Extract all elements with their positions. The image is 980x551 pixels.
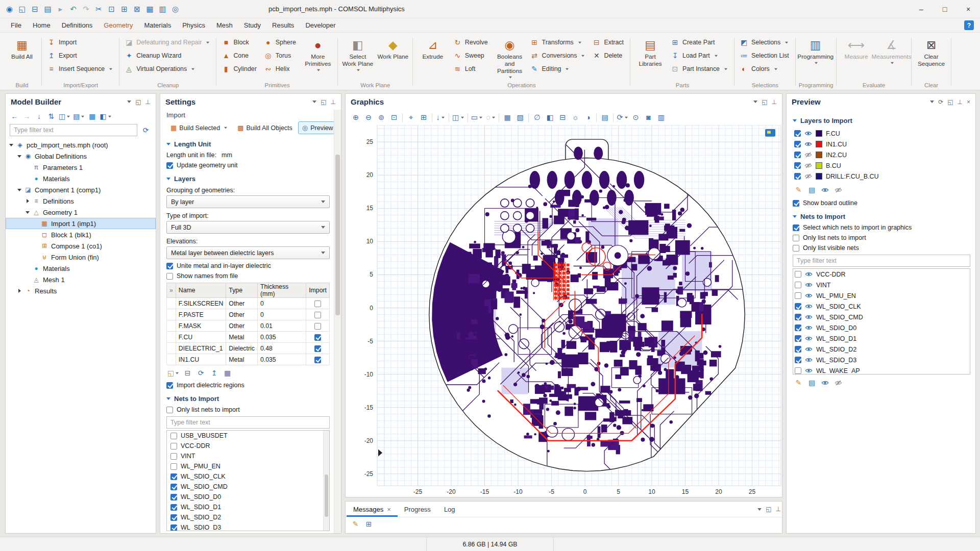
tree-item-form-union-fin[interactable]: ⊎Form Union (fin) xyxy=(6,252,156,263)
wireframe-icon[interactable]: ▦ xyxy=(501,112,513,123)
visible-eye-icon[interactable] xyxy=(805,346,813,352)
layer-checkbox[interactable] xyxy=(794,130,801,137)
forward-icon[interactable]: → xyxy=(21,111,33,122)
net-item-wl-sdio-d2[interactable]: WL_SDIO_D2 xyxy=(167,512,329,522)
expander-icon[interactable] xyxy=(9,142,14,148)
tree-item-compose-1-co1[interactable]: ⊞Compose 1 (co1) xyxy=(6,240,156,252)
menu-mesh[interactable]: Mesh xyxy=(211,19,238,31)
hidden-eye-icon[interactable] xyxy=(804,163,812,168)
open-icon[interactable]: ◱ xyxy=(16,3,29,16)
row-move-cell[interactable] xyxy=(167,298,176,309)
type-of-import-select[interactable]: Full 3D xyxy=(166,221,330,234)
only-list-nets-checkbox[interactable]: Only list nets to import xyxy=(166,406,330,413)
hide-selected-icon[interactable] xyxy=(832,377,844,388)
edit-color-icon[interactable]: ✎ xyxy=(793,184,804,195)
layer-type-cell[interactable]: Other xyxy=(226,298,258,309)
layer-import-cell[interactable] xyxy=(306,354,330,365)
programming-button[interactable]: ▥Programming xyxy=(799,34,832,64)
transforms-button[interactable]: ⊞Transforms xyxy=(528,36,589,49)
net-item-wl-pmu-en[interactable]: WL_PMU_EN xyxy=(167,461,329,471)
net-checkbox[interactable] xyxy=(170,524,177,531)
import-layer-checkbox[interactable] xyxy=(314,312,321,318)
net-item-wl-sdio-d1[interactable]: WL_SDIO_D1 xyxy=(167,502,329,512)
clear-messages-icon[interactable]: ✎ xyxy=(350,518,361,530)
go-to-default-view-icon[interactable]: ⌖ xyxy=(405,112,417,123)
unite-metal-checkbox[interactable]: Unite metal and in-layer dielectric xyxy=(166,262,330,269)
menu-study[interactable]: Study xyxy=(238,19,266,31)
nets-scrollbar[interactable] xyxy=(323,431,329,531)
sweep-button[interactable]: ∿Sweep xyxy=(451,49,492,62)
go-to-node-icon[interactable]: ◧ xyxy=(99,111,112,122)
tree-item-component-1-comp1[interactable]: ◪Component 1 (comp1) xyxy=(6,184,156,195)
move-column-header[interactable]: » xyxy=(167,283,176,298)
visible-eye-icon[interactable] xyxy=(804,131,812,136)
net-item-wl-sdio-d2[interactable]: WL_SDIO_D2 xyxy=(793,344,970,355)
tab-progress[interactable]: Progress xyxy=(398,502,437,517)
snapshot-icon[interactable]: ⊙ xyxy=(630,112,642,123)
clear-sequence-button[interactable]: ⊠Clear Sequence xyxy=(915,34,948,68)
net-item-wl-sdio-cmd[interactable]: WL_SDIO_CMD xyxy=(793,312,970,322)
clip-plane-icon[interactable]: ⊟ xyxy=(556,112,569,123)
menu-file[interactable]: File xyxy=(5,19,27,31)
hidden-eye-icon[interactable] xyxy=(804,173,812,179)
visible-eye-icon[interactable] xyxy=(805,357,813,363)
save-file-icon[interactable]: ⊟ xyxy=(182,367,193,379)
hide-objects-icon[interactable]: ∅ xyxy=(531,112,543,123)
visible-eye-icon[interactable] xyxy=(804,141,812,147)
net-item-vcc-ddr[interactable]: VCC-DDR xyxy=(167,441,329,451)
net-checkbox[interactable] xyxy=(795,357,801,363)
visible-eye-icon[interactable] xyxy=(805,368,813,373)
layer-import-cell[interactable] xyxy=(306,298,330,309)
tree-item-import-1-imp1[interactable]: ▦Import 1 (imp1) xyxy=(6,218,156,229)
layer-checkbox[interactable] xyxy=(794,152,801,158)
layer-name-cell[interactable]: F.MASK xyxy=(176,320,226,332)
preview-button[interactable]: ◎ Preview xyxy=(298,121,337,134)
loft-button[interactable]: ≋Loft xyxy=(451,62,492,76)
show-grid-icon[interactable]: ⊞ xyxy=(418,112,430,123)
insert-sequence-button[interactable]: ≡Insert Sequence xyxy=(45,62,116,76)
expander-icon[interactable] xyxy=(25,165,31,170)
sphere-button[interactable]: ●Sphere xyxy=(262,36,300,49)
zoom-out-icon[interactable]: ⊖ xyxy=(362,112,375,123)
net-checkbox[interactable] xyxy=(170,484,177,490)
menu-home[interactable]: Home xyxy=(27,19,56,31)
layer-item-b-cu[interactable]: B.CU xyxy=(793,160,970,171)
layer-type-cell[interactable]: Metal xyxy=(226,354,258,365)
net-checkbox[interactable] xyxy=(170,494,177,500)
build-selected-button[interactable]: ▦ Build Selected xyxy=(166,121,232,134)
measure-button[interactable]: ⟷Measure xyxy=(840,34,873,61)
layer-name-cell[interactable]: F.PASTE xyxy=(176,309,226,320)
collapse-panel-icon[interactable] xyxy=(757,508,762,511)
visible-eye-icon[interactable] xyxy=(805,325,813,331)
collapse-panel-icon[interactable] xyxy=(753,101,757,103)
reset-color-icon[interactable]: ▤ xyxy=(806,377,818,388)
settings-scrollbar[interactable] xyxy=(334,110,341,533)
run-icon[interactable]: ▸ xyxy=(54,3,67,16)
pin-panel-icon[interactable]: ⊥ xyxy=(772,98,777,106)
measurements-button[interactable]: ∡Measurements xyxy=(875,34,909,64)
transparency-icon[interactable]: ◧ xyxy=(544,112,556,123)
net-checkbox[interactable] xyxy=(170,463,177,470)
grouping-select[interactable]: By layer xyxy=(166,195,330,208)
tree-item-pcb-import-nets-mph-root[interactable]: ◈pcb_import_nets.mph (root) xyxy=(6,139,156,151)
copy-messages-icon[interactable]: ⊞ xyxy=(363,518,375,530)
layers-to-import-header[interactable]: Layers to Import xyxy=(793,117,970,124)
layer-thickness-cell[interactable]: 0.48 xyxy=(257,343,306,354)
lasso-mode-icon[interactable]: ◌ xyxy=(484,112,497,123)
layer-type-cell[interactable]: Other xyxy=(226,320,258,332)
net-checkbox[interactable] xyxy=(170,433,177,439)
expander-icon[interactable] xyxy=(17,288,22,294)
menu-definitions[interactable]: Definitions xyxy=(56,19,99,31)
minimize-button[interactable]: – xyxy=(910,0,933,18)
close-panel-icon[interactable]: × xyxy=(967,98,970,106)
net-item-wl-sdio-d3[interactable]: WL_SDIO_D3 xyxy=(793,355,970,365)
layer-checkbox[interactable] xyxy=(794,141,801,147)
row-move-cell[interactable] xyxy=(167,332,176,343)
net-checkbox[interactable] xyxy=(170,514,177,521)
part-instance-button[interactable]: ⊡Part Instance xyxy=(669,62,731,76)
tab-log[interactable]: Log xyxy=(437,502,462,517)
build-all-objects-button[interactable]: ▩ Build All Objects xyxy=(233,121,297,134)
import-dielectric-checkbox[interactable]: Import dielectric regions xyxy=(166,382,330,389)
open-file-icon[interactable]: ◱ xyxy=(166,367,180,379)
cone-button[interactable]: ▲Cone xyxy=(219,49,260,62)
